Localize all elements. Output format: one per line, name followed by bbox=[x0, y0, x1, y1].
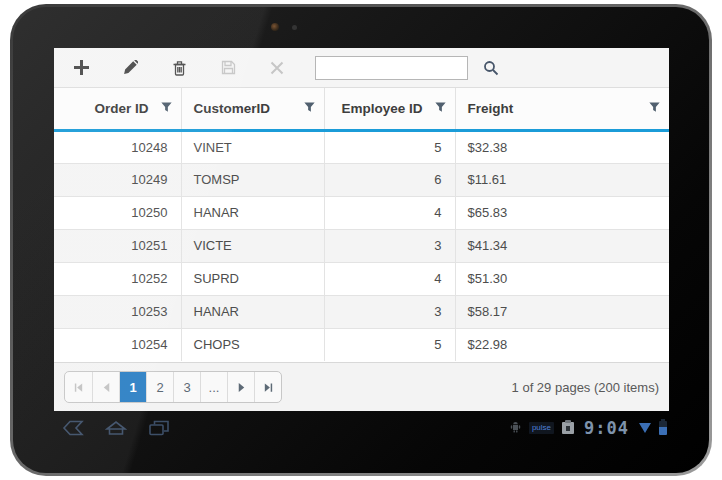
home-button[interactable] bbox=[105, 420, 127, 436]
column-header-employee-id[interactable]: Employee ID bbox=[324, 88, 455, 130]
close-icon bbox=[270, 61, 284, 75]
cell-freight: $65.83 bbox=[455, 196, 669, 229]
cell-order-id: 10248 bbox=[54, 130, 181, 163]
cell-customer-id: TOMSP bbox=[181, 163, 324, 196]
trash-icon bbox=[172, 60, 187, 76]
pulse-notification-icon: pulse bbox=[529, 422, 554, 434]
cell-employee-id: 4 bbox=[324, 196, 455, 229]
seek-last-icon bbox=[263, 382, 274, 393]
pager-bar: 1 2 3 ... 1 of 29 pages (200 items) bbox=[54, 362, 669, 411]
cell-freight: $41.34 bbox=[455, 229, 669, 262]
table-row[interactable]: 10250 HANAR 4 $65.83 bbox=[54, 196, 669, 229]
table-row[interactable]: 10254 CHOPS 5 $22.98 bbox=[54, 328, 669, 361]
cell-customer-id: HANAR bbox=[181, 295, 324, 328]
pencil-icon bbox=[122, 60, 138, 76]
cell-order-id: 10252 bbox=[54, 262, 181, 295]
app-screen: Order ID CustomerID Employee ID bbox=[54, 48, 669, 411]
save-changes-button[interactable] bbox=[213, 54, 243, 82]
system-clock[interactable]: 9:04 bbox=[584, 418, 629, 438]
table-row[interactable]: 10248 VINET 5 $32.38 bbox=[54, 130, 669, 163]
light-sensor bbox=[292, 25, 297, 30]
column-label: CustomerID bbox=[182, 101, 324, 116]
save-icon bbox=[221, 60, 236, 75]
table-row[interactable]: 10253 HANAR 3 $58.17 bbox=[54, 295, 669, 328]
signal-icon bbox=[639, 423, 651, 433]
pager-last-button[interactable] bbox=[254, 372, 281, 402]
search-icon bbox=[483, 60, 499, 76]
cell-employee-id: 3 bbox=[324, 295, 455, 328]
front-camera bbox=[271, 23, 279, 31]
pager-more-pages-button[interactable]: ... bbox=[200, 372, 227, 402]
home-icon bbox=[105, 420, 127, 436]
status-icons: pulse 9:04 bbox=[510, 418, 669, 438]
cell-employee-id: 5 bbox=[324, 328, 455, 361]
seek-first-icon bbox=[73, 382, 84, 393]
column-header-order-id[interactable]: Order ID bbox=[54, 88, 181, 130]
search-input[interactable] bbox=[315, 56, 468, 80]
cell-customer-id: SUPRD bbox=[181, 262, 324, 295]
grid-header: Order ID CustomerID Employee ID bbox=[54, 88, 669, 130]
search-button[interactable] bbox=[476, 54, 506, 82]
cell-freight: $51.30 bbox=[455, 262, 669, 295]
cancel-changes-button[interactable] bbox=[262, 54, 292, 82]
recent-apps-button[interactable] bbox=[148, 420, 170, 436]
pager-next-button[interactable] bbox=[227, 372, 254, 402]
filter-icon[interactable] bbox=[161, 101, 172, 116]
pager-buttons: 1 2 3 ... bbox=[64, 371, 282, 403]
table-row[interactable]: 10249 TOMSP 6 $11.61 bbox=[54, 163, 669, 196]
filter-icon[interactable] bbox=[304, 101, 315, 116]
cell-freight: $22.98 bbox=[455, 328, 669, 361]
grid-toolbar bbox=[54, 48, 669, 88]
column-header-customer-id[interactable]: CustomerID bbox=[181, 88, 324, 130]
filter-icon[interactable] bbox=[649, 101, 660, 116]
cell-order-id: 10251 bbox=[54, 229, 181, 262]
cell-employee-id: 5 bbox=[324, 130, 455, 163]
cell-freight: $32.38 bbox=[455, 130, 669, 163]
cell-order-id: 10249 bbox=[54, 163, 181, 196]
cell-customer-id: VICTE bbox=[181, 229, 324, 262]
clipboard-notification-icon bbox=[562, 422, 574, 434]
arrow-left-icon bbox=[102, 382, 111, 393]
recent-apps-icon bbox=[148, 420, 170, 436]
back-button[interactable] bbox=[62, 420, 84, 436]
cell-employee-id: 3 bbox=[324, 229, 455, 262]
orders-grid: Order ID CustomerID Employee ID bbox=[54, 88, 669, 361]
pager-page-1[interactable]: 1 bbox=[119, 372, 146, 402]
navigation-buttons bbox=[54, 420, 170, 436]
pager-first-button[interactable] bbox=[65, 372, 92, 402]
android-notification-icon bbox=[510, 419, 521, 437]
cell-customer-id: VINET bbox=[181, 130, 324, 163]
delete-record-button[interactable] bbox=[164, 54, 194, 82]
table-row[interactable]: 10251 VICTE 3 $41.34 bbox=[54, 229, 669, 262]
column-label: Freight bbox=[456, 101, 670, 116]
tablet-outer-ring: Order ID CustomerID Employee ID bbox=[10, 4, 712, 476]
cell-order-id: 10250 bbox=[54, 196, 181, 229]
android-system-bar: pulse 9:04 bbox=[54, 413, 669, 443]
cell-order-id: 10254 bbox=[54, 328, 181, 361]
pager-prev-button[interactable] bbox=[92, 372, 119, 402]
tablet-bezel: Order ID CustomerID Employee ID bbox=[13, 7, 709, 473]
screenshot-canvas: Order ID CustomerID Employee ID bbox=[0, 0, 722, 480]
cell-employee-id: 4 bbox=[324, 262, 455, 295]
arrow-right-icon bbox=[237, 382, 246, 393]
battery-icon bbox=[659, 421, 667, 435]
cell-customer-id: CHOPS bbox=[181, 328, 324, 361]
cell-employee-id: 6 bbox=[324, 163, 455, 196]
pager-info-text: 1 of 29 pages (200 items) bbox=[512, 380, 659, 395]
pager-page-2[interactable]: 2 bbox=[146, 372, 173, 402]
table-row[interactable]: 10252 SUPRD 4 $51.30 bbox=[54, 262, 669, 295]
cell-freight: $11.61 bbox=[455, 163, 669, 196]
add-record-button[interactable] bbox=[66, 54, 96, 82]
filter-icon[interactable] bbox=[435, 101, 446, 116]
cell-order-id: 10253 bbox=[54, 295, 181, 328]
edit-record-button[interactable] bbox=[115, 54, 145, 82]
column-header-freight[interactable]: Freight bbox=[455, 88, 669, 130]
pager-page-3[interactable]: 3 bbox=[173, 372, 200, 402]
plus-icon bbox=[74, 60, 89, 75]
cell-freight: $58.17 bbox=[455, 295, 669, 328]
back-icon bbox=[62, 420, 84, 436]
cell-customer-id: HANAR bbox=[181, 196, 324, 229]
